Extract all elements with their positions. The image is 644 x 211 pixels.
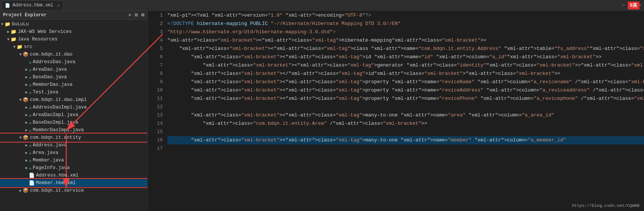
sidebar-item-Test.java[interactable]: ▶☕Test.java: [0, 88, 147, 96]
tree-icon-Test.java: ☕: [29, 89, 32, 95]
tree-icon-Member.java: ☕: [29, 157, 32, 163]
line-number-4: 4: [152, 36, 163, 45]
sidebar-item-Member.java[interactable]: ▶☕Member.java: [0, 157, 147, 164]
tab-address-hbm[interactable]: 📄 Address.hbm.xml ✕: [2, 0, 63, 10]
sidebar-tree: ▼📁GuLuLu▶📁JAX-WS Web Services▼📁Java Reso…: [0, 20, 147, 211]
sidebar-item-com.bdqn.it.service[interactable]: ▶📦com.bdqn.it.service: [0, 187, 147, 194]
sidebar-item-AddressDao.java[interactable]: ☕AddressDao.java: [0, 58, 147, 66]
code-line-9: "xml-attr">class="xml-bracket"><"xml-att…: [167, 78, 644, 86]
tree-label-PageInfo.java: PageInfo.java: [33, 165, 70, 171]
tree-icon-BaseDao.java: ☕: [29, 74, 32, 80]
line-number-3: 3: [152, 28, 163, 36]
tree-label-Address.java: Address.java: [33, 143, 67, 148]
line-number-8: 8: [152, 70, 163, 78]
sidebar-title: Project Explorer: [3, 12, 47, 18]
line-number-5: 5: [152, 45, 163, 53]
sidebar-item-AreaDao.java[interactable]: ▶☕AreaDao.java: [0, 66, 147, 73]
sidebar-item-com.bdqn.it.dao[interactable]: ▼📦com.bdqn.it.dao: [0, 51, 147, 58]
tree-icon-AddressDaoImpl.java: ☕: [29, 104, 32, 110]
code-line-17: [167, 144, 644, 153]
sidebar-item-com.bdqn.it.dao.impl[interactable]: ▼📦com.bdqn.it.dao.impl: [0, 96, 147, 104]
tree-arrow-gululu: ▼: [0, 22, 5, 26]
tree-arrow-Area.java: ▶: [24, 150, 29, 155]
sidebar-item-AddressDaoImpl.java[interactable]: ▶☕AddressDaoImpl.java: [0, 104, 147, 111]
tree-arrow-com.bdqn.it.service: ▶: [18, 188, 23, 193]
tree-label-Address.hbm.xml: Address.hbm.xml: [36, 173, 79, 178]
sidebar-icon2[interactable]: ⊞: [142, 12, 144, 18]
tree-label-Member.java: Member.java: [33, 158, 64, 163]
tree-icon-Area.java: ☕: [29, 150, 32, 156]
sidebar-close[interactable]: ✕: [128, 12, 131, 18]
sidebar-item-Area.java[interactable]: ▶☕Area.java: [0, 149, 147, 157]
sidebar-item-MemberDaoImpl.java[interactable]: ▶☕MemberDaoImpl.java: [0, 126, 147, 134]
tree-label-Area.java: Area.java: [33, 150, 59, 155]
tree-arrow-AreaDaoImpl.java: ▶: [24, 113, 29, 117]
line-number-9: 9: [152, 78, 163, 86]
tree-label-BaseDao.java: BaseDao.java: [33, 74, 67, 80]
sidebar-item-BaseDaoImpl.java[interactable]: ▶☕BaseDaoImpl.java: [0, 119, 147, 126]
sidebar-item-Address.hbm.xml[interactable]: 📄Address.hbm.xml: [0, 172, 147, 179]
tree-icon-Address.java: ☕: [29, 142, 32, 148]
sidebar-item-MemberDao.java[interactable]: ▶☕MemberDao.java: [0, 81, 147, 88]
tree-arrow-BaseDao.java: ▶: [24, 75, 29, 79]
minimize-button[interactable]: —: [621, 2, 626, 9]
code-line-8: "xml-attr">class="xml-bracket"></"xml-at…: [167, 70, 644, 78]
tree-arrow-javaresources: ▼: [6, 37, 11, 42]
tree-arrow-Member.java: ▶: [24, 158, 29, 163]
tree-arrow-BaseDaoImpl.java: ▶: [24, 120, 29, 125]
sidebar-item-BaseDao.java[interactable]: ▶☕BaseDao.java: [0, 73, 147, 81]
tree-label-Test.java: Test.java: [33, 90, 59, 95]
tree-label-jaxws: JAX-WS Web Services: [18, 29, 72, 34]
tree-label-AreaDaoImpl.java: AreaDaoImpl.java: [33, 112, 78, 118]
code-line-3: "http://www.hibernate.org/dtd/hibernate-…: [167, 28, 644, 36]
tree-label-AddressDaoImpl.java: AddressDaoImpl.java: [33, 105, 87, 110]
tree-arrow-src: ▼: [12, 45, 17, 49]
line-number-13: 13: [152, 111, 163, 119]
line-number-16: 16: [152, 136, 163, 144]
line-numbers: 1234567891011121314151617: [148, 11, 166, 211]
sidebar-item-jaxws[interactable]: ▶📁JAX-WS Web Services: [0, 28, 147, 36]
tab-close-button[interactable]: ✕: [57, 3, 60, 8]
tree-label-AreaDao.java: AreaDao.java: [33, 67, 67, 72]
code-line-14: "xml-attr">class="com.bdqn.it.entity.Are…: [167, 119, 644, 128]
sidebar-item-Member.hbm.xml[interactable]: 📄Member.hbm.xml: [0, 179, 147, 187]
tree-arrow-AddressDaoImpl.java: ▶: [24, 105, 29, 110]
tree-icon-com.bdqn.it.dao: 📦: [23, 51, 29, 57]
tree-icon-jaxws: 📁: [11, 29, 17, 35]
line-number-7: 7: [152, 61, 163, 70]
sidebar-item-src[interactable]: ▼📁src: [0, 43, 147, 51]
tree-icon-src: 📁: [17, 44, 23, 50]
sidebar-icon1[interactable]: ⊟: [135, 12, 138, 18]
code-line-4: "xml-attr">class="xml-bracket"><"xml-att…: [167, 36, 644, 45]
tree-label-com.bdqn.it.entity: com.bdqn.it.entity: [30, 135, 81, 140]
sidebar-item-javaresources[interactable]: ▼📁Java Resources: [0, 36, 147, 43]
tree-label-javaresources: Java Resources: [18, 37, 58, 42]
line-number-17: 17: [152, 144, 163, 153]
sidebar-item-Address.java[interactable]: ▶☕Address.java: [0, 141, 147, 149]
sidebar-header: Project Explorer ✕ ⊟ ⊞: [0, 11, 147, 20]
code-line-11: "xml-attr">class="xml-bracket"><"xml-att…: [167, 95, 644, 103]
code-line-7: "xml-attr">class="xml-bracket"><"xml-att…: [167, 61, 644, 70]
sidebar-item-PageInfo.java[interactable]: ▶☕PageInfo.java: [0, 164, 147, 172]
sidebar-item-gululu[interactable]: ▼📁GuLuLu: [0, 20, 147, 28]
tree-arrow-com.bdqn.it.dao: ▼: [18, 53, 23, 57]
main-area: Project Explorer ✕ ⊟ ⊞ ▼📁GuLuLu▶📁JAX-WS …: [0, 11, 644, 211]
tree-label-AddressDao.java: AddressDao.java: [33, 59, 76, 65]
tree-icon-PageInfo.java: ☕: [29, 165, 32, 171]
tree-label-Member.hbm.xml: Member.hbm.xml: [36, 180, 76, 186]
sidebar-item-com.bdqn.it.entity[interactable]: ▼📦com.bdqn.it.entity: [0, 134, 147, 141]
tree-label-BaseDaoImpl.java: BaseDaoImpl.java: [33, 120, 78, 125]
tree-icon-AreaDaoImpl.java: ☕: [29, 112, 32, 118]
sidebar-item-AreaDaoImpl.java[interactable]: ▶☕AreaDaoImpl.java: [0, 111, 147, 119]
tree-icon-MemberDao.java: ☕: [29, 82, 32, 88]
tree-icon-com.bdqn.it.entity: 📦: [23, 135, 29, 141]
tree-icon-com.bdqn.it.dao.impl: 📦: [23, 97, 29, 103]
code-area[interactable]: "xml-pi"><?xml "xml-attr">version="1.0" …: [166, 11, 644, 211]
tree-icon-AreaDao.java: ☕: [29, 67, 32, 73]
code-line-16: "xml-attr">class="xml-bracket"><"xml-att…: [167, 136, 644, 144]
tree-label-MemberDaoImpl.java: MemberDaoImpl.java: [33, 127, 84, 133]
tree-arrow-PageInfo.java: ▶: [24, 166, 29, 170]
code-line-15: [167, 128, 644, 136]
tree-arrow-com.bdqn.it.dao.impl: ▼: [18, 98, 23, 102]
tree-label-src: src: [24, 44, 33, 50]
